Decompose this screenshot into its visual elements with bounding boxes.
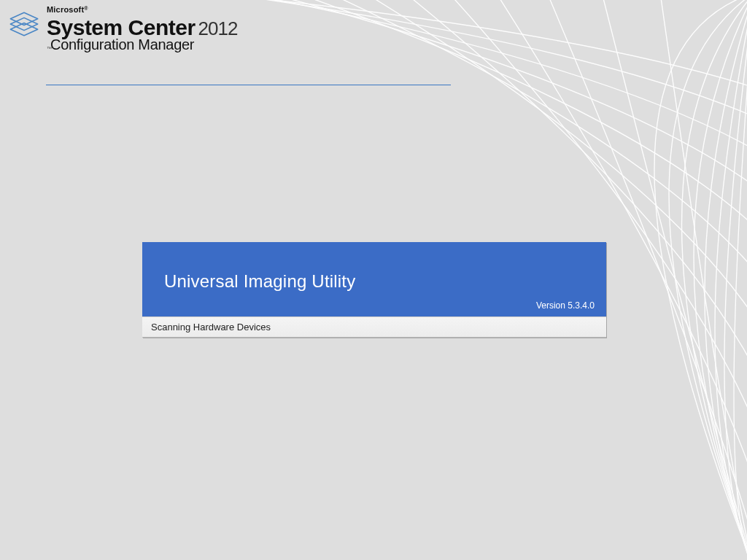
status-text: Scanning Hardware Devices <box>142 316 606 338</box>
product-branding: Microsoft® System Center 2012 ™ Configur… <box>7 6 237 52</box>
version-label: Version 5.3.4.0 <box>536 300 595 311</box>
product-line-label: System Center <box>47 16 196 39</box>
splash-dialog: Universal Imaging Utility Version 5.3.4.… <box>142 242 606 338</box>
product-name-label: Configuration Manager <box>50 37 194 52</box>
company-label: Microsoft® <box>47 6 237 15</box>
dialog-title: Universal Imaging Utility <box>164 271 584 292</box>
product-year-label: 2012 <box>198 19 238 39</box>
system-center-logo-icon <box>7 7 41 41</box>
dialog-header: Universal Imaging Utility Version 5.3.4.… <box>142 242 606 316</box>
header-divider <box>46 85 451 85</box>
